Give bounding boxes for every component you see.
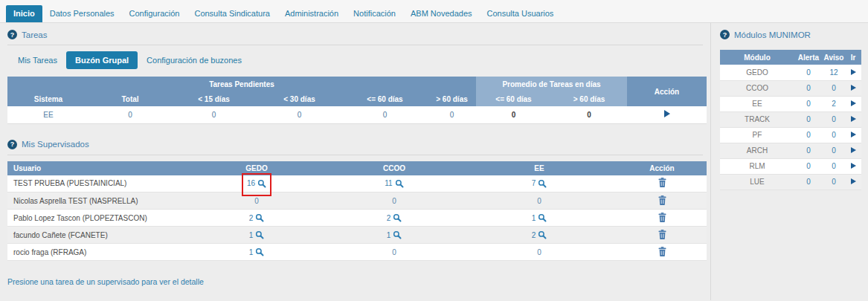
help-icon[interactable]: ? — [7, 140, 17, 149]
top-navigation: Inicio Datos Personales Configuración Co… — [0, 0, 868, 23]
table-row: CCOO 0 0 — [720, 80, 861, 96]
cell-alerta[interactable]: 0 — [794, 143, 823, 158]
cell-aviso[interactable]: 2 — [823, 96, 845, 111]
cell-ee: 0 — [461, 244, 617, 261]
play-icon[interactable] — [851, 163, 856, 169]
cell-aviso[interactable]: 0 — [823, 80, 845, 96]
cell-gedo: 16 — [186, 175, 327, 192]
cell-ir — [845, 174, 861, 190]
nav-item-datos-personales[interactable]: Datos Personales — [42, 5, 122, 22]
trash-icon[interactable] — [658, 247, 666, 256]
cell-30-dias: 0 — [257, 106, 342, 123]
magnifier-icon — [255, 230, 264, 239]
play-icon[interactable] — [851, 85, 856, 91]
cell-ccoo: 0 — [327, 192, 461, 210]
tab-mis-tareas[interactable]: Mis Tareas — [9, 51, 66, 69]
cell-alerta[interactable]: 0 — [794, 80, 823, 96]
cell-accion — [617, 210, 707, 227]
magnifier-icon — [255, 213, 264, 222]
cell-alerta[interactable]: 0 — [794, 158, 823, 174]
cell-gedo: 1 — [186, 244, 327, 261]
modulos-section-header: ? Módulos MUNIMOR — [720, 29, 862, 40]
cell-aviso[interactable]: 0 — [823, 174, 845, 190]
ee-tasks-link[interactable]: 2 — [532, 230, 547, 239]
cell-usuario: Pablo Lopez Tascon (PLOPEZTASCON) — [7, 210, 186, 227]
ccoo-tasks-link[interactable]: 1 — [387, 230, 402, 239]
column-header-mas-60-dias: > 60 días — [428, 91, 476, 106]
cell-alerta[interactable]: 0 — [794, 96, 823, 111]
gedo-tasks-link[interactable]: 1 — [249, 247, 265, 256]
column-header-alerta: Alerta — [794, 50, 823, 65]
nav-item-configuracion[interactable]: Configuración — [122, 5, 187, 22]
cell-ir — [845, 111, 861, 127]
cell-aviso[interactable]: 0 — [823, 143, 845, 158]
cell-alerta[interactable]: 0 — [794, 111, 823, 127]
cell-accion — [617, 175, 707, 192]
play-icon[interactable] — [851, 132, 856, 137]
gedo-tasks-link[interactable]: 2 — [249, 213, 265, 222]
nav-item-inicio[interactable]: Inicio — [6, 5, 42, 22]
cell-ccoo: 2 — [327, 210, 461, 227]
cell-usuario: TEST PRUEBA (PUESTAINICIAL) — [7, 175, 186, 192]
cell-alerta[interactable]: 0 — [794, 65, 823, 80]
play-icon[interactable] — [851, 69, 856, 75]
gedo-tasks-link[interactable]: 1 — [249, 230, 265, 239]
cell-ee: 7 — [461, 175, 617, 192]
cell-mas-60-dias: 0 — [428, 106, 476, 123]
column-header-usuario: Usuario — [7, 161, 186, 175]
column-header-60-dias: <= 60 días — [342, 91, 428, 106]
cell-usuario: rocio fraga (RFRAGA) — [7, 244, 186, 261]
play-icon[interactable] — [664, 110, 670, 117]
play-icon[interactable] — [851, 116, 856, 122]
trash-icon[interactable] — [658, 230, 666, 239]
cell-modulo: CCOO — [720, 80, 794, 96]
divider — [7, 45, 703, 45]
help-icon[interactable]: ? — [7, 30, 17, 39]
nav-item-abm-novedades[interactable]: ABM Novedades — [403, 5, 480, 22]
cell-aviso[interactable]: 0 — [823, 111, 845, 127]
tab-buzon-grupal[interactable]: Buzón Grupal — [66, 51, 138, 69]
nav-item-notificacion[interactable]: Notificación — [346, 5, 403, 22]
supervisados-table: Usuario GEDO CCOO EE Acción TEST PRUEBA … — [7, 161, 707, 262]
ee-tasks-link[interactable]: 7 — [532, 179, 547, 188]
play-icon[interactable] — [851, 178, 856, 184]
cell-ir — [845, 80, 861, 96]
nav-item-administracion[interactable]: Administración — [277, 5, 346, 22]
table-row: Pablo Lopez Tascon (PLOPEZTASCON) 2 2 — [7, 210, 707, 227]
cell-ir — [845, 65, 861, 80]
cell-accion — [617, 244, 707, 261]
help-icon[interactable]: ? — [720, 30, 730, 39]
magnifier-icon — [395, 179, 404, 188]
gedo-tasks-link[interactable]: 16 — [247, 179, 266, 188]
cell-accion — [617, 192, 707, 210]
table-row: LUE 0 0 — [720, 174, 861, 190]
trash-icon[interactable] — [658, 178, 666, 187]
cell-alerta[interactable]: 0 — [794, 127, 823, 143]
table-row: ARCH 0 0 — [720, 143, 861, 158]
tab-configuracion-de-buzones[interactable]: Configuración de buzones — [138, 51, 251, 69]
ccoo-tasks-link[interactable]: 11 — [385, 179, 403, 188]
magnifier-icon — [538, 230, 547, 239]
play-icon[interactable] — [851, 147, 856, 153]
nav-item-consulta-sindicatura[interactable]: Consulta Sindicatura — [187, 5, 277, 22]
cell-15-dias: 0 — [171, 106, 257, 123]
cell-modulo: EE — [720, 96, 794, 111]
play-icon[interactable] — [851, 100, 856, 106]
cell-accion — [627, 106, 707, 123]
cell-ee: 2 — [461, 227, 617, 244]
ee-tasks-link[interactable]: 1 — [532, 213, 547, 222]
column-header-prom-60-dias: <= 60 días — [476, 91, 551, 106]
column-header-accion: Acción — [617, 161, 707, 175]
trash-icon[interactable] — [658, 213, 666, 222]
cell-aviso[interactable]: 12 — [823, 65, 845, 80]
ccoo-tasks-link[interactable]: 2 — [387, 213, 402, 222]
cell-alerta[interactable]: 0 — [794, 174, 823, 190]
column-header-sistema: Sistema — [7, 91, 89, 106]
magnifier-icon — [393, 230, 402, 239]
cell-aviso[interactable]: 0 — [823, 127, 845, 143]
cell-gedo: 0 — [186, 192, 327, 210]
trash-icon[interactable] — [658, 195, 666, 205]
cell-ee: 1 — [461, 210, 617, 227]
nav-item-consulta-usuarios[interactable]: Consulta Usuarios — [480, 5, 562, 22]
cell-aviso[interactable]: 0 — [823, 158, 845, 174]
